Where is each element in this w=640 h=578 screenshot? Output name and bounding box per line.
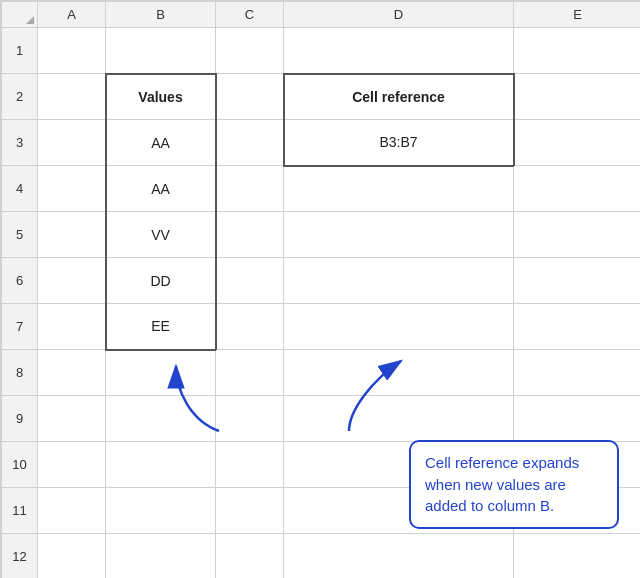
cell-e7[interactable] <box>514 304 641 350</box>
row-header-7: 7 <box>2 304 38 350</box>
cell-b3[interactable]: AA <box>106 120 216 166</box>
cell-b9[interactable] <box>106 396 216 442</box>
cell-d8[interactable] <box>284 350 514 396</box>
cell-c9[interactable] <box>216 396 284 442</box>
cell-e5[interactable] <box>514 212 641 258</box>
row-header-4: 4 <box>2 166 38 212</box>
cell-d5[interactable] <box>284 212 514 258</box>
cell-e1[interactable] <box>514 28 641 74</box>
cell-c2[interactable] <box>216 74 284 120</box>
cell-b6[interactable]: DD <box>106 258 216 304</box>
cell-a12[interactable] <box>38 534 106 579</box>
cell-e2[interactable] <box>514 74 641 120</box>
cell-b12[interactable] <box>106 534 216 579</box>
cell-e8[interactable] <box>514 350 641 396</box>
row-header-8: 8 <box>2 350 38 396</box>
cell-d4[interactable] <box>284 166 514 212</box>
col-header-c: C <box>216 2 284 28</box>
cell-a4[interactable] <box>38 166 106 212</box>
cell-c6[interactable] <box>216 258 284 304</box>
row-header-11: 11 <box>2 488 38 534</box>
col-header-b: B <box>106 2 216 28</box>
corner-cell <box>2 2 38 28</box>
col-header-a: A <box>38 2 106 28</box>
cell-b7[interactable]: EE <box>106 304 216 350</box>
cell-a5[interactable] <box>38 212 106 258</box>
cell-c11[interactable] <box>216 488 284 534</box>
cell-e6[interactable] <box>514 258 641 304</box>
annotation-box: Cell reference expands when new values a… <box>409 440 619 529</box>
cell-a10[interactable] <box>38 442 106 488</box>
cell-a7[interactable] <box>38 304 106 350</box>
cell-b10[interactable] <box>106 442 216 488</box>
cell-d1[interactable] <box>284 28 514 74</box>
col-header-d: D <box>284 2 514 28</box>
cell-c8[interactable] <box>216 350 284 396</box>
cell-a2[interactable] <box>38 74 106 120</box>
cell-c7[interactable] <box>216 304 284 350</box>
cell-a6[interactable] <box>38 258 106 304</box>
cell-e3[interactable] <box>514 120 641 166</box>
cell-b4[interactable]: AA <box>106 166 216 212</box>
cell-d3[interactable]: B3:B7 <box>284 120 514 166</box>
cell-a3[interactable] <box>38 120 106 166</box>
cell-c4[interactable] <box>216 166 284 212</box>
cell-d9[interactable] <box>284 396 514 442</box>
cell-d12[interactable] <box>284 534 514 579</box>
cell-c12[interactable] <box>216 534 284 579</box>
cell-c3[interactable] <box>216 120 284 166</box>
cell-d7[interactable] <box>284 304 514 350</box>
cell-d6[interactable] <box>284 258 514 304</box>
cell-b11[interactable] <box>106 488 216 534</box>
cell-a8[interactable] <box>38 350 106 396</box>
row-header-5: 5 <box>2 212 38 258</box>
cell-b8[interactable] <box>106 350 216 396</box>
row-header-10: 10 <box>2 442 38 488</box>
cell-c1[interactable] <box>216 28 284 74</box>
annotation-text: Cell reference expands when new values a… <box>425 454 579 515</box>
cell-b5[interactable]: VV <box>106 212 216 258</box>
row-header-1: 1 <box>2 28 38 74</box>
row-header-6: 6 <box>2 258 38 304</box>
row-header-9: 9 <box>2 396 38 442</box>
row-header-12: 12 <box>2 534 38 579</box>
cell-a11[interactable] <box>38 488 106 534</box>
cell-b1[interactable] <box>106 28 216 74</box>
cell-e4[interactable] <box>514 166 641 212</box>
cell-c10[interactable] <box>216 442 284 488</box>
row-header-2: 2 <box>2 74 38 120</box>
cell-d2[interactable]: Cell reference <box>284 74 514 120</box>
cell-c5[interactable] <box>216 212 284 258</box>
cell-e9[interactable] <box>514 396 641 442</box>
cell-b2[interactable]: Values <box>106 74 216 120</box>
col-header-e: E <box>514 2 641 28</box>
cell-e12[interactable] <box>514 534 641 579</box>
cell-a9[interactable] <box>38 396 106 442</box>
row-header-3: 3 <box>2 120 38 166</box>
cell-a1[interactable] <box>38 28 106 74</box>
spreadsheet: A B C D E 1 2 Values <box>0 0 640 578</box>
